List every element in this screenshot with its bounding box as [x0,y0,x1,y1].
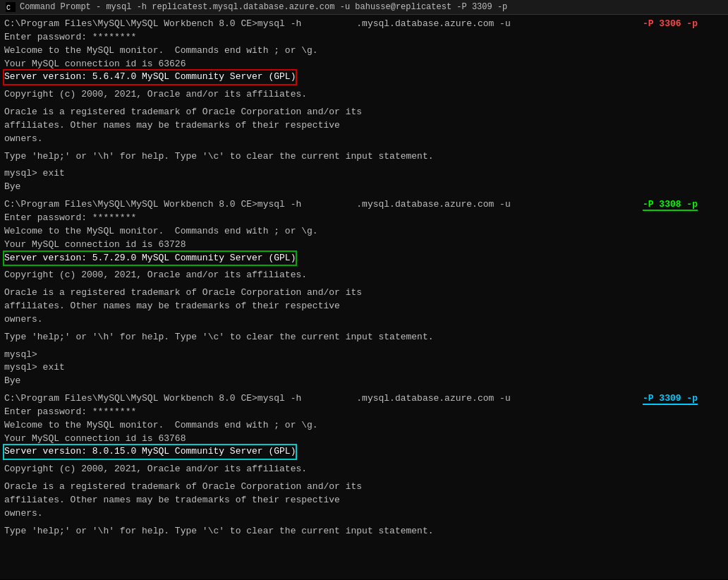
bye-1: Bye [4,181,724,194]
password-line-2: Enter password: ******** [4,212,724,225]
mysql-prompt-2: mysql> [4,349,724,362]
server-version-3: Server version: 8.0.15.0 MySQL Community… [4,445,724,459]
server-version-2: Server version: 5.7.29.0 MySQL Community… [4,252,724,265]
oracle-2c: owners. [4,313,724,327]
connection-id-2: Your MySQL connection id is 63728 [4,238,724,252]
title-bar-label: Command Prompt - mysql -h replicatest.my… [20,2,507,12]
copyright-2a: Copyright (c) 2000, 2021, Oracle and/or … [4,269,724,282]
welcome-line-2a: Welcome to the MySQL monitor. Commands e… [4,225,724,238]
oracle-3a: Oracle is a registered trademark of Orac… [4,481,724,494]
server-version-badge-2: Server version: 5.7.29.0 MySQL Community… [4,252,296,265]
password-line-1: Enter password: ******** [4,31,724,44]
oracle-2b: affiliates. Other names may be trademark… [4,300,724,313]
port-3306: -P 3306 -p [643,18,698,29]
terminal: C:\Program Files\MySQL\MySQL Workbench 8… [0,15,728,579]
oracle-1a: Oracle is a registered trademark of Orac… [4,106,724,119]
oracle-2a: Oracle is a registered trademark of Orac… [4,286,724,300]
server-version-badge-1: Server version: 5.6.47.0 MySQL Community… [4,71,296,84]
connection-id-3: Your MySQL connection id is 63768 [4,433,724,446]
help-line-3: Type 'help;' or '\h' for help. Type '\c'… [4,525,724,538]
port-3308: -P 3308 -p [643,199,698,211]
oracle-3c: owners. [4,507,724,521]
exit-prompt-1: mysql> exit [4,167,724,181]
oracle-3b: affiliates. Other names may be trademark… [4,494,724,507]
copyright-3a: Copyright (c) 2000, 2021, Oracle and/or … [4,463,724,476]
title-bar: C Command Prompt - mysql -h replicatest.… [0,0,728,15]
connect-line-1: C:\Program Files\MySQL\MySQL Workbench 8… [4,18,724,31]
welcome-line-3a: Welcome to the MySQL monitor. Commands e… [4,419,724,433]
welcome-line-1a: Welcome to the MySQL monitor. Commands e… [4,44,724,58]
cmd-icon: C [6,2,16,12]
oracle-1b: affiliates. Other names may be trademark… [4,119,724,133]
connect-line-3: C:\Program Files\MySQL\MySQL Workbench 8… [4,392,724,406]
exit-prompt-2: mysql> exit [4,361,724,375]
server-version-badge-3: Server version: 8.0.15.0 MySQL Community… [4,445,296,459]
connection-id-1: Your MySQL connection id is 63626 [4,58,724,71]
svg-text:C: C [6,4,11,12]
connect-line-2: C:\Program Files\MySQL\MySQL Workbench 8… [4,198,724,212]
oracle-1c: owners. [4,133,724,146]
bye-2: Bye [4,375,724,388]
help-line-2: Type 'help;' or '\h' for help. Type '\c'… [4,331,724,344]
help-line-1: Type 'help;' or '\h' for help. Type '\c'… [4,150,724,164]
password-line-3: Enter password: ******** [4,406,724,419]
port-3309: -P 3309 -p [643,393,698,405]
server-version-1: Server version: 5.6.47.0 MySQL Community… [4,71,724,84]
copyright-1a: Copyright (c) 2000, 2021, Oracle and/or … [4,88,724,102]
